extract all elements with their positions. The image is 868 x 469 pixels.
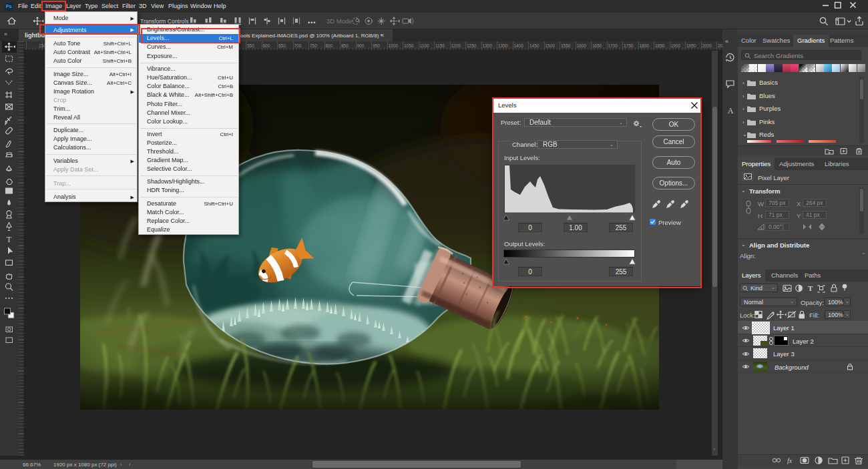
svg-text:T: T: [7, 235, 12, 244]
svg-text:A: A: [728, 106, 734, 115]
svg-text:T: T: [808, 284, 813, 292]
svg-text:fx: fx: [787, 457, 793, 464]
